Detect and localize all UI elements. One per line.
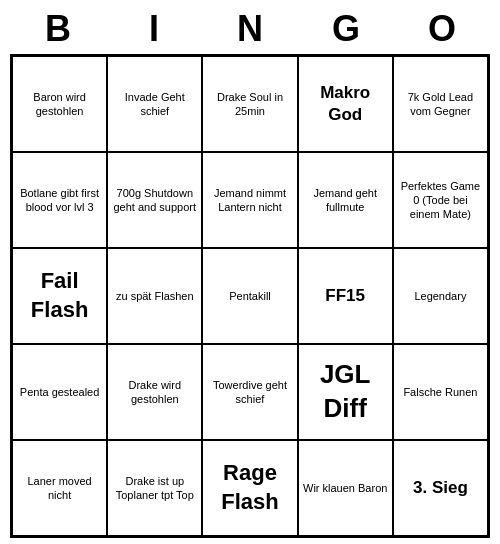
cell-10: Fail Flash: [12, 248, 107, 344]
cell-9: Perfektes Game 0 (Tode bei einem Mate): [393, 152, 488, 248]
cell-11: zu spät Flashen: [107, 248, 202, 344]
cell-6: 700g Shutdown geht and support: [107, 152, 202, 248]
cell-4: 7k Gold Lead vom Gegner: [393, 56, 488, 152]
cell-22: Rage Flash: [202, 440, 297, 536]
cell-13: FF15: [298, 248, 393, 344]
cell-23: Wir klauen Baron: [298, 440, 393, 536]
cell-20: Laner moved nicht: [12, 440, 107, 536]
letter-b: B: [14, 8, 102, 50]
letter-i: I: [110, 8, 198, 50]
bingo-title: B I N G O: [10, 0, 490, 54]
letter-n: N: [206, 8, 294, 50]
bingo-grid: Baron wird gestohlenInvade Geht schiefDr…: [10, 54, 490, 538]
cell-21: Drake ist up Toplaner tpt Top: [107, 440, 202, 536]
cell-14: Legendary: [393, 248, 488, 344]
cell-17: Towerdive geht schief: [202, 344, 297, 440]
cell-1: Invade Geht schief: [107, 56, 202, 152]
cell-0: Baron wird gestohlen: [12, 56, 107, 152]
cell-5: Botlane gibt first blood vor lvl 3: [12, 152, 107, 248]
cell-15: Penta gestealed: [12, 344, 107, 440]
cell-24: 3. Sieg: [393, 440, 488, 536]
cell-19: Falsche Runen: [393, 344, 488, 440]
letter-g: G: [302, 8, 390, 50]
cell-7: Jemand nimmt Lantern nicht: [202, 152, 297, 248]
cell-3: Makro God: [298, 56, 393, 152]
letter-o: O: [398, 8, 486, 50]
cell-8: Jemand geht fullmute: [298, 152, 393, 248]
cell-16: Drake wird gestohlen: [107, 344, 202, 440]
cell-2: Drake Soul in 25min: [202, 56, 297, 152]
cell-18: JGL Diff: [298, 344, 393, 440]
cell-12: Pentakill: [202, 248, 297, 344]
